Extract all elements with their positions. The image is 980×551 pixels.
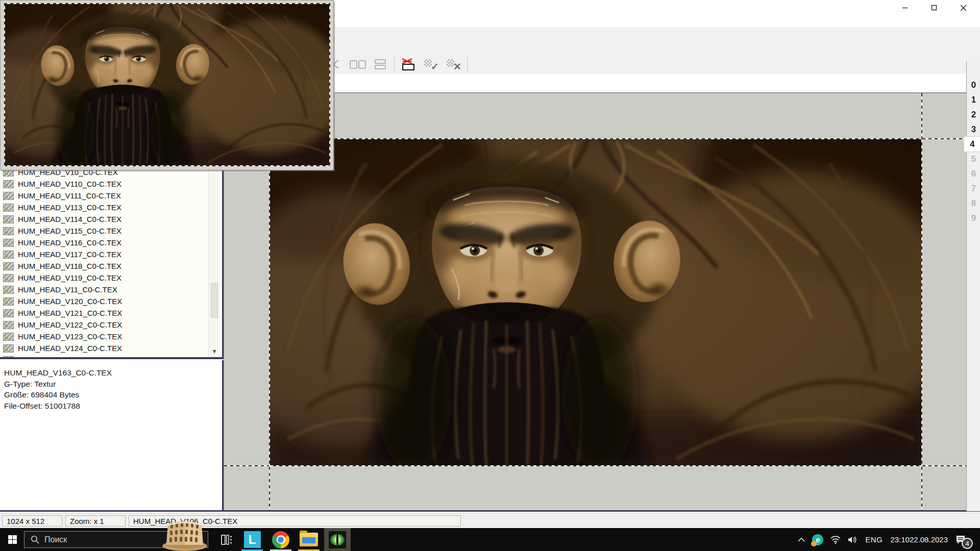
maximize-button[interactable] — [922, 0, 946, 15]
scrollbar-down-arrow[interactable]: ▾ — [209, 346, 220, 356]
toolbar-button-thumbnails[interactable] — [372, 57, 389, 72]
file-list-item[interactable]: HUM_HEAD_V118_C0-C.TEX — [0, 260, 208, 272]
texture-eye-dot — [5, 208, 8, 210]
texture-eye-dot — [5, 219, 8, 222]
texture-file-icon — [3, 321, 14, 329]
toolbar-button-export-image[interactable] — [400, 57, 417, 72]
file-name-label: HUM_HEAD_V117_C0-C.TEX — [18, 250, 121, 259]
mip-level-label: 1 — [971, 95, 976, 105]
file-list-item[interactable]: HUM_HEAD_V116_C0-C.TEX — [0, 237, 208, 248]
mip-level-button[interactable]: 6 — [967, 166, 980, 181]
file-list-item[interactable]: HUM_HEAD_V113_C0-C.TEX — [0, 202, 208, 213]
file-list-item[interactable]: HUM_HEAD_V122_C0-C.TEX — [0, 319, 208, 331]
tray-eset[interactable]: e — [812, 534, 823, 545]
mip-level-list: 0 1 2 3 4 5 6 7 8 9 — [967, 78, 980, 226]
wifi-icon — [830, 536, 841, 544]
mip-level-button[interactable]: 7 — [967, 181, 980, 196]
thumbnail-pair-icon — [375, 59, 386, 69]
l-app-icon: L — [244, 531, 261, 548]
file-explorer-icon — [300, 533, 318, 546]
tray-wifi[interactable] — [830, 536, 841, 544]
preview-ants-top — [4, 3, 330, 4]
tray-volume[interactable] — [848, 536, 858, 544]
taskbar-app-l[interactable]: L — [239, 528, 265, 551]
mip-level-strip: 0 1 2 3 4 5 6 7 8 9 — [966, 61, 980, 511]
texture-image — [270, 139, 922, 466]
file-list-item[interactable]: HUM_HEAD_V114_C0-C.TEX — [0, 213, 208, 225]
toolbar-separator — [394, 57, 395, 71]
mip-level-button[interactable]: 9 — [967, 211, 980, 226]
mip-level-button[interactable]: 4 — [964, 137, 980, 152]
eset-icon: e — [812, 534, 823, 545]
colosseum-app-icon[interactable] — [160, 516, 209, 551]
texture-file-icon — [3, 227, 14, 235]
file-list-item[interactable]: HUM_HEAD_V121_C0-C.TEX — [0, 307, 208, 319]
texture-eye-dot — [5, 266, 8, 269]
start-button[interactable] — [0, 528, 24, 551]
selection-guide-top — [224, 138, 966, 139]
tray-chevron-up[interactable] — [798, 537, 805, 542]
mip-level-button[interactable]: 3 — [967, 122, 980, 137]
toolbar-button-apply[interactable]: ✓ — [422, 57, 439, 72]
minimize-button[interactable] — [893, 0, 917, 15]
chevron-up-icon — [798, 537, 805, 542]
mip-level-button[interactable]: 2 — [967, 107, 980, 122]
preview-window[interactable] — [0, 0, 334, 170]
texture-file-icon — [3, 215, 14, 223]
file-list-item[interactable]: HUM_HEAD_V120_C0-C.TEX — [0, 295, 208, 307]
mip-level-button[interactable]: 8 — [967, 196, 980, 211]
selection-guide-right — [921, 93, 922, 511]
texture-eye-dot — [5, 184, 8, 187]
preview-ants-left — [4, 3, 5, 166]
marked-image-icon — [401, 58, 415, 71]
task-view-button[interactable] — [213, 528, 240, 551]
texture-eye-dot — [5, 337, 8, 339]
file-list-item[interactable]: HUM_HEAD_V119_C0-C.TEX — [0, 272, 208, 284]
texture-canvas — [224, 93, 966, 511]
info-offset: File-Offset: 51001788 — [4, 400, 222, 412]
texture-eye-dot — [5, 278, 8, 281]
texture-eye-dot — [5, 325, 8, 328]
taskbar-app-texture-viewer-active[interactable] — [324, 528, 351, 551]
file-name-label: HUM_HEAD_V113_C0-C.TEX — [18, 203, 121, 212]
scrollbar-thumb[interactable] — [210, 283, 218, 318]
mip-level-label: 2 — [971, 110, 976, 120]
file-list-item[interactable]: HUM_HEAD_V111_C0-C.TEX — [0, 190, 208, 202]
speaker-icon — [848, 536, 858, 544]
file-list-item[interactable]: HUM_HEAD_V124_C0-C.TEX — [0, 342, 208, 354]
texture-viewer-eye-icon — [329, 531, 346, 548]
toolbar-button-compare[interactable] — [349, 57, 366, 72]
notification-count-badge: 4 — [962, 538, 973, 549]
close-button[interactable] — [951, 0, 975, 15]
texture-eye-dot — [5, 290, 8, 292]
taskbar-app-chrome[interactable] — [267, 528, 294, 551]
file-name-label: HUM_HEAD_V114_C0-C.TEX — [18, 215, 121, 223]
language-indicator[interactable]: ENG — [865, 535, 883, 544]
mip-level-label: 3 — [971, 124, 976, 135]
texture-eye-dot — [5, 196, 8, 198]
file-list-item[interactable]: HUM_HEAD_V110_C0-C.TEX — [0, 178, 208, 190]
file-list-item[interactable]: HUM_HEAD_V115_C0-C.TEX — [0, 225, 208, 237]
file-list-scrollbar[interactable]: ▾ — [208, 166, 219, 357]
taskbar-app-explorer[interactable] — [296, 528, 322, 551]
mip-level-label: 0 — [971, 80, 976, 90]
file-list-item[interactable]: HUM_HEAD_V11_C0-C.TEX — [0, 284, 208, 295]
texture-file-icon — [3, 309, 14, 317]
file-list-item[interactable]: HUM_HEAD_V117_C0-C.TEX — [0, 248, 208, 260]
texture-eye-dot — [5, 243, 8, 245]
texture-eye-dot — [5, 231, 8, 234]
time-label: 23:10 — [890, 536, 910, 544]
info-gtype: G-Type: Textur — [4, 379, 222, 390]
toolbar-button-discard[interactable]: ✕ — [445, 57, 462, 72]
clock[interactable]: 23:10 22.08.2023 — [890, 536, 948, 544]
info-panel: HUM_HEAD_V163_C0-C.TEX G-Type: Textur Gr… — [0, 361, 222, 511]
search-placeholder: Поиск — [44, 535, 67, 544]
texture-file-icon — [3, 251, 14, 259]
file-list-item[interactable]: HUM_HEAD_V123_C0-C.TEX — [0, 331, 208, 342]
mip-level-button[interactable]: 1 — [967, 92, 980, 107]
mip-level-button[interactable]: 5 — [967, 152, 980, 166]
file-name-label: HUM_HEAD_V115_C0-C.TEX — [18, 227, 121, 235]
info-size: Größe: 698404 Bytes — [4, 389, 222, 400]
mip-level-button[interactable]: 0 — [967, 78, 980, 92]
mip-level-label: 4 — [970, 139, 974, 149]
